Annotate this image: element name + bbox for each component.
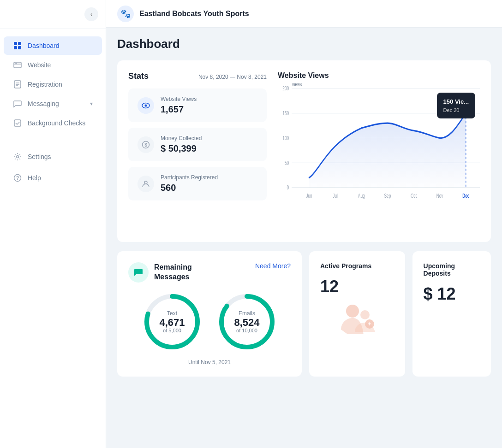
circles-row: Text 4,671 of 5,000	[128, 292, 291, 352]
email-circle-wrapper: Emails 8,524 of 10,000	[217, 292, 277, 352]
upcoming-deposits-title: Upcoming Deposits	[424, 262, 480, 277]
svg-text:?: ?	[16, 175, 19, 181]
views-label: Website Views	[161, 96, 197, 102]
stat-card-views-content: Website Views 1,657	[161, 96, 197, 115]
messages-card: Remaining Messages Need More?	[117, 251, 302, 377]
svg-text:200: 200	[282, 86, 289, 92]
svg-text:0: 0	[287, 185, 289, 191]
sidebar-item-dashboard[interactable]: Dashboard	[4, 36, 102, 55]
tooltip-date: Dec 20	[443, 106, 469, 114]
svg-text:Aug: Aug	[358, 193, 365, 199]
svg-text:150: 150	[282, 111, 289, 117]
svg-text:$: $	[144, 142, 147, 147]
svg-text:Jun: Jun	[306, 193, 312, 199]
registration-icon	[13, 80, 22, 89]
bottom-row: Remaining Messages Need More?	[117, 251, 491, 377]
sidebar-item-label-help: Help	[28, 174, 41, 182]
text-circle-content: Text 4,671 of 5,000	[159, 310, 185, 333]
topbar: 🐾 Eastland Bobcats Youth Sports	[106, 0, 502, 28]
svg-text:Oct: Oct	[411, 193, 417, 199]
email-circle-content: Emails 8,524 of 10,000	[234, 310, 259, 333]
sidebar-header: ‹	[0, 0, 106, 29]
active-programs-value: 12	[320, 277, 394, 296]
views-icon	[137, 97, 154, 114]
stats-left: Stats Nov 8, 2020 — Nov 8, 2021 W	[128, 71, 267, 231]
sidebar-nav: Dashboard Website	[0, 29, 106, 195]
money-icon: $	[137, 136, 154, 153]
svg-rect-1	[18, 42, 21, 45]
active-programs-card: Active Programs 12 +	[309, 251, 405, 377]
messages-icon	[128, 262, 149, 283]
need-more-link[interactable]: Need More?	[255, 262, 291, 270]
content-wrapper: Dashboard Stats Nov 8, 2020 — Nov 8, 202…	[106, 0, 502, 388]
sidebar: ‹ Dashboard	[0, 0, 106, 448]
sidebar-item-label-dashboard: Dashboard	[28, 42, 60, 49]
email-messages-circle: Emails 8,524 of 10,000	[217, 292, 277, 352]
money-label: Money Collected	[161, 135, 202, 141]
programs-user-icon: +	[320, 302, 394, 339]
svg-text:Views: Views	[292, 83, 302, 88]
sidebar-item-label-settings: Settings	[28, 153, 51, 160]
svg-text:Dec: Dec	[462, 193, 469, 199]
active-programs-title: Active Programs	[320, 262, 394, 270]
tooltip-value: 150 Vie...	[443, 97, 469, 106]
svg-point-49	[360, 310, 370, 319]
svg-rect-3	[18, 46, 21, 49]
stats-date-range: Nov 8, 2020 — Nov 8, 2021	[198, 74, 267, 80]
sidebar-divider	[9, 139, 96, 139]
sidebar-item-website[interactable]: Website	[4, 56, 102, 74]
until-date: Until Nov 5, 2021	[128, 359, 291, 365]
website-icon	[13, 60, 22, 70]
svg-text:+: +	[368, 321, 371, 327]
participants-value: 560	[161, 183, 218, 193]
text-messages-circle: Text 4,671 of 5,000	[142, 292, 202, 352]
chart-container: 150 Vie... Dec 20 200 150 100	[278, 83, 480, 231]
svg-point-7	[16, 63, 17, 64]
text-of: of 5,000	[159, 328, 185, 333]
sidebar-item-label-website: Website	[28, 61, 51, 69]
org-name: Eastland Bobcats Youth Sports	[139, 10, 249, 18]
svg-point-22	[144, 181, 147, 184]
sidebar-item-background-checks[interactable]: Background Checks	[4, 114, 102, 132]
sidebar-item-label-registration: Registration	[28, 81, 62, 88]
svg-point-13	[17, 156, 19, 158]
collapse-sidebar-button[interactable]: ‹	[84, 7, 98, 21]
sidebar-item-messaging[interactable]: Messaging ▾	[4, 94, 102, 113]
participants-label: Participants Registered	[161, 174, 218, 181]
svg-text:Jul: Jul	[333, 193, 338, 199]
svg-text:50: 50	[285, 160, 289, 166]
text-label: Text	[159, 310, 185, 317]
sidebar-item-help[interactable]: ? Help	[4, 169, 102, 187]
background-checks-icon	[13, 118, 22, 128]
upcoming-deposits-card: Upcoming Deposits $ 12	[412, 251, 491, 377]
stats-header: Stats Nov 8, 2020 — Nov 8, 2021	[128, 71, 267, 81]
sidebar-item-settings[interactable]: Settings	[4, 147, 102, 166]
svg-rect-2	[14, 46, 17, 49]
sidebar-item-registration[interactable]: Registration	[4, 75, 102, 94]
email-label: Emails	[234, 310, 259, 317]
text-value: 4,671	[159, 318, 185, 328]
participants-icon	[137, 176, 154, 192]
stat-card-money-content: Money Collected $ 50,399	[161, 135, 202, 154]
svg-text:Nov: Nov	[436, 193, 443, 199]
stat-card-views: Website Views 1,657	[128, 88, 267, 122]
svg-point-19	[145, 104, 147, 106]
sidebar-item-label-background-checks: Background Checks	[28, 119, 85, 127]
stat-card-participants: Participants Registered 560	[128, 167, 267, 200]
stat-cards: Website Views 1,657 $ Mo	[128, 88, 267, 200]
stats-section: Stats Nov 8, 2020 — Nov 8, 2021 W	[117, 60, 491, 242]
page-title: Dashboard	[117, 37, 491, 51]
chart-title: Website Views	[278, 71, 480, 80]
messaging-chevron-icon: ▾	[90, 100, 93, 107]
sidebar-item-label-messaging: Messaging	[28, 100, 59, 107]
org-logo: 🐾	[117, 6, 134, 22]
messages-title-row: Remaining Messages	[128, 262, 192, 283]
email-of: of 10,000	[234, 328, 259, 333]
main-content: 🐾 Eastland Bobcats Youth Sports Dashboar…	[106, 0, 502, 448]
dashboard-icon	[13, 41, 22, 50]
svg-text:Sep: Sep	[384, 193, 391, 199]
text-circle-wrapper: Text 4,671 of 5,000	[142, 292, 202, 352]
chart-tooltip: 150 Vie... Dec 20	[437, 93, 475, 118]
messages-header: Remaining Messages Need More?	[128, 262, 291, 283]
svg-rect-12	[14, 120, 21, 126]
